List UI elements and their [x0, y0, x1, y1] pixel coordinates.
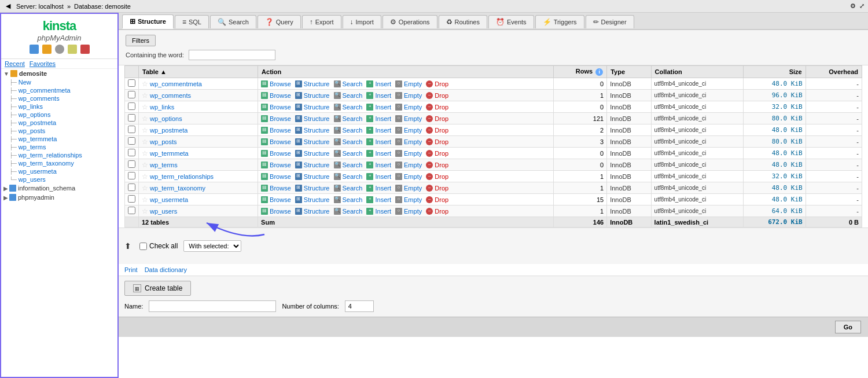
- search-link[interactable]: Search: [343, 127, 363, 134]
- sidebar-item-wp-postmeta[interactable]: ├─ wp_postmeta: [1, 119, 117, 127]
- row-checkbox[interactable]: [128, 207, 135, 214]
- empty-link[interactable]: Empty: [404, 104, 422, 111]
- browse-link[interactable]: Browse: [270, 92, 291, 99]
- recent-link[interactable]: Recent: [5, 60, 25, 67]
- table-name-link[interactable]: wp_comments: [150, 92, 191, 99]
- drop-link[interactable]: Drop: [435, 80, 448, 87]
- home-icon[interactable]: [30, 45, 39, 54]
- scroll-up-icon[interactable]: ⬆: [124, 241, 131, 251]
- browse-link[interactable]: Browse: [270, 80, 291, 87]
- go-button[interactable]: Go: [835, 321, 861, 333]
- tab-operations[interactable]: ⚙ Operations: [382, 15, 437, 28]
- insert-link[interactable]: Insert: [375, 115, 391, 122]
- insert-link[interactable]: Insert: [375, 80, 391, 87]
- row-checkbox[interactable]: [128, 184, 135, 191]
- structure-link[interactable]: Structure: [304, 104, 330, 111]
- sidebar-item-wp-options[interactable]: ├─ wp_options: [1, 111, 117, 119]
- structure-link[interactable]: Structure: [304, 80, 330, 87]
- empty-link[interactable]: Empty: [404, 115, 422, 122]
- row-checkbox[interactable]: [128, 137, 135, 145]
- star-icon[interactable]: ☆: [142, 115, 148, 123]
- table-name-link[interactable]: wp_options: [150, 115, 182, 122]
- favorites-icon[interactable]: [80, 45, 90, 54]
- empty-link[interactable]: Empty: [404, 173, 422, 180]
- star-icon[interactable]: ☆: [142, 196, 148, 204]
- tab-routines[interactable]: ♻ Routines: [439, 15, 487, 28]
- tab-search[interactable]: 🔍 Search: [210, 15, 256, 28]
- drop-link[interactable]: Drop: [435, 138, 448, 145]
- search-link[interactable]: Search: [343, 80, 363, 87]
- browse-link[interactable]: Browse: [270, 208, 291, 215]
- star-icon[interactable]: ☆: [142, 184, 148, 192]
- browse-link[interactable]: Browse: [270, 173, 291, 180]
- sidebar-item-information-schema[interactable]: ▶ information_schema: [1, 184, 117, 193]
- search-link[interactable]: Search: [343, 173, 363, 180]
- check-all-checkbox[interactable]: [139, 243, 147, 250]
- empty-link[interactable]: Empty: [404, 127, 422, 134]
- browse-link[interactable]: Browse: [270, 138, 291, 145]
- empty-link[interactable]: Empty: [404, 80, 422, 87]
- insert-link[interactable]: Insert: [375, 208, 391, 215]
- star-icon[interactable]: ☆: [142, 149, 148, 157]
- browse-link[interactable]: Browse: [270, 150, 291, 157]
- table-name-link[interactable]: wp_usermeta: [150, 196, 188, 203]
- search-link[interactable]: Search: [343, 150, 363, 157]
- table-name-link[interactable]: wp_postmeta: [150, 127, 187, 134]
- insert-link[interactable]: Insert: [375, 162, 391, 168]
- sidebar-item-wp-term-relationships[interactable]: ├─ wp_term_relationships: [1, 151, 117, 159]
- table-name-link[interactable]: wp_posts: [150, 138, 176, 145]
- row-checkbox[interactable]: [128, 91, 135, 98]
- sidebar-item-wp-termmeta[interactable]: ├─ wp_termmeta: [1, 135, 117, 143]
- tab-import[interactable]: ↓ Import: [343, 15, 381, 28]
- star-icon[interactable]: ☆: [142, 138, 148, 146]
- empty-link[interactable]: Empty: [404, 150, 422, 157]
- tab-sql[interactable]: ≡ SQL: [175, 15, 209, 28]
- row-checkbox[interactable]: [128, 160, 135, 168]
- sidebar-item-phpmyadmin[interactable]: ▶ phpmyadmin: [1, 193, 117, 202]
- data-dictionary-link[interactable]: Data dictionary: [145, 266, 187, 273]
- create-name-input[interactable]: [149, 300, 276, 312]
- print-link[interactable]: Print: [124, 266, 138, 273]
- star-icon[interactable]: ☆: [142, 207, 148, 215]
- tab-triggers[interactable]: ⚡ Triggers: [535, 15, 584, 28]
- row-checkbox[interactable]: [128, 149, 135, 156]
- structure-link[interactable]: Structure: [304, 185, 330, 192]
- with-selected-select[interactable]: With selected: Browse Structure Search D…: [183, 240, 241, 252]
- insert-link[interactable]: Insert: [375, 104, 391, 111]
- star-icon[interactable]: ☆: [142, 161, 148, 169]
- insert-link[interactable]: Insert: [375, 138, 391, 145]
- star-icon[interactable]: ☆: [142, 103, 148, 111]
- fullscreen-icon[interactable]: ⤢: [859, 2, 865, 10]
- favorites-link[interactable]: Favorites: [30, 60, 56, 67]
- row-checkbox[interactable]: [128, 114, 135, 122]
- tab-events[interactable]: ⏰ Events: [488, 15, 534, 28]
- sidebar-item-wp-terms[interactable]: ├─ wp_terms: [1, 143, 117, 151]
- star-icon[interactable]: ☆: [142, 173, 148, 181]
- insert-link[interactable]: Insert: [375, 127, 391, 134]
- star-icon[interactable]: ☆: [142, 126, 148, 134]
- drop-link[interactable]: Drop: [435, 150, 448, 157]
- browse-link[interactable]: Browse: [270, 127, 291, 134]
- structure-link[interactable]: Structure: [304, 92, 330, 99]
- browse-link[interactable]: Browse: [270, 162, 291, 168]
- structure-link[interactable]: Structure: [304, 150, 330, 157]
- drop-link[interactable]: Drop: [435, 173, 448, 180]
- browse-link[interactable]: Browse: [270, 115, 291, 122]
- drop-link[interactable]: Drop: [435, 104, 448, 111]
- insert-link[interactable]: Insert: [375, 173, 391, 180]
- sidebar-item-wp-commentmeta[interactable]: ├─ wp_commentmeta: [1, 86, 117, 94]
- table-name-link[interactable]: wp_terms: [150, 162, 178, 168]
- filters-input[interactable]: [189, 50, 275, 60]
- drop-link[interactable]: Drop: [435, 127, 448, 134]
- search-link[interactable]: Search: [343, 104, 363, 111]
- col-header-table[interactable]: Table ▲: [139, 66, 258, 78]
- recent-icon[interactable]: [68, 45, 77, 54]
- empty-link[interactable]: Empty: [404, 185, 422, 192]
- sidebar-item-wp-term-taxonomy[interactable]: ├─ wp_term_taxonomy: [1, 159, 117, 167]
- drop-link[interactable]: Drop: [435, 92, 448, 99]
- structure-link[interactable]: Structure: [304, 138, 330, 145]
- empty-link[interactable]: Empty: [404, 208, 422, 215]
- search-link[interactable]: Search: [343, 196, 363, 203]
- drop-link[interactable]: Drop: [435, 162, 448, 168]
- search-link[interactable]: Search: [343, 115, 363, 122]
